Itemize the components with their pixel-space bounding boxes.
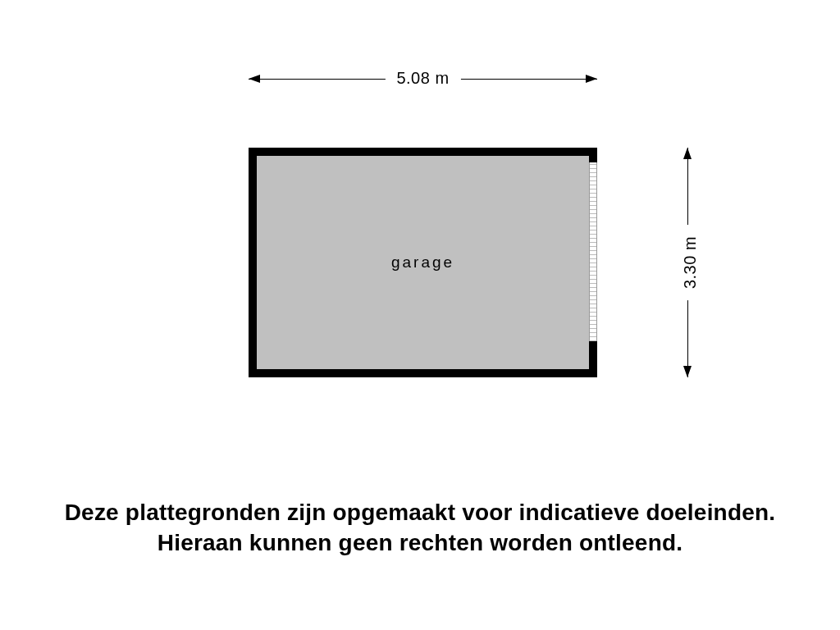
dimension-width-label: 5.08 m (385, 69, 460, 88)
door-hatch-icon (590, 162, 596, 341)
wall-right-bottom (589, 341, 597, 377)
door-opening (589, 162, 597, 341)
arrow-right-icon (586, 75, 597, 83)
dimension-height-label: 3.30 m (681, 225, 700, 300)
disclaimer-line2: Hieraan kunnen geen rechten worden ontle… (0, 528, 840, 558)
floorplan-canvas: 5.08 m 3.30 m garage Deze plattegronden … (0, 0, 840, 630)
arrow-up-icon (683, 148, 692, 159)
arrow-left-icon (249, 75, 260, 83)
room-label: garage (391, 253, 454, 272)
wall-top (249, 148, 597, 156)
wall-left (249, 148, 257, 377)
wall-right-top (589, 148, 597, 162)
arrow-down-icon (683, 366, 692, 377)
room-garage: garage (249, 148, 597, 377)
dimension-top: 5.08 m (249, 69, 597, 94)
dimension-right: 3.30 m (678, 148, 702, 377)
disclaimer-line1: Deze plattegronden zijn opgemaakt voor i… (0, 498, 840, 527)
wall-bottom (249, 369, 597, 377)
disclaimer-text: Deze plattegronden zijn opgemaakt voor i… (0, 498, 840, 558)
